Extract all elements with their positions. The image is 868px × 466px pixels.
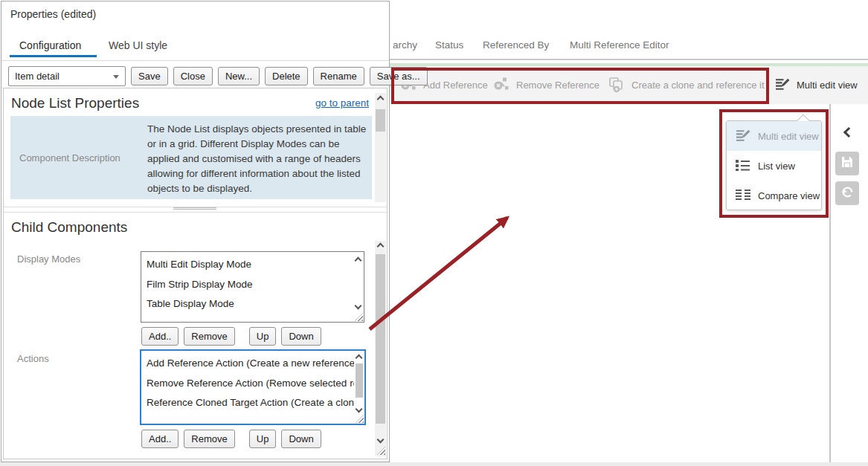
view-selector-button[interactable]: Multi edit view: [775, 66, 858, 104]
properties-dialog: Properties (edited) Configuration Web UI…: [1, 1, 390, 462]
compare-view-icon: [736, 189, 750, 203]
display-modes-buttons: Add.. Remove Up Down: [141, 327, 321, 346]
menu-item-compare-view[interactable]: Compare view: [727, 181, 821, 210]
display-modes-label: Display Modes: [17, 253, 80, 265]
tab-referenced-by[interactable]: Referenced By: [483, 39, 549, 51]
add-reference-label: Add Reference: [423, 80, 488, 91]
remove-reference-label: Remove Reference: [516, 80, 599, 91]
section-heading-child-components: Child Components: [11, 219, 127, 236]
component-description-label: Component Description: [10, 116, 147, 199]
new-button[interactable]: New...: [218, 67, 260, 85]
scroll-down-icon[interactable]: [377, 436, 385, 444]
scroll-up-icon[interactable]: [377, 96, 385, 103]
dialog-button-bar: Save Close New... Delete Rename Save as.…: [131, 67, 428, 85]
remove-button[interactable]: Remove: [184, 327, 234, 346]
scroll-up-icon[interactable]: [355, 257, 362, 265]
close-button[interactable]: Close: [173, 67, 213, 85]
remove-button[interactable]: Remove: [184, 430, 234, 448]
tab-multi-reference-editor[interactable]: Multi Reference Editor: [570, 39, 669, 51]
scroll-up-icon[interactable]: [356, 355, 363, 362]
tab-hierarchy[interactable]: archy: [393, 39, 417, 51]
preset-select[interactable]: Item detail: [8, 66, 126, 86]
view-selector-label: Multi edit view: [797, 80, 858, 91]
component-description-text: The Node List displays objects presented…: [147, 116, 372, 199]
upper-scrollbar-thumb[interactable]: [376, 109, 385, 132]
clone-and-reference-button[interactable]: Create a clone and reference it: [608, 66, 765, 104]
list-item[interactable]: Add Reference Action (Create a new refer…: [141, 354, 354, 374]
list-view-icon: [736, 159, 750, 173]
remove-reference-button[interactable]: Remove Reference: [493, 66, 599, 104]
component-description-row: Component Description The Node List disp…: [10, 116, 372, 199]
resize-handle-icon[interactable]: [355, 313, 363, 321]
lower-scrollbar-thumb[interactable]: [376, 254, 385, 424]
actions-label: Actions: [17, 353, 49, 364]
bottom-scroll-strip: [0, 462, 868, 466]
actions-buttons: Add.. Remove Up Down: [141, 430, 321, 448]
actions-scrollbar-thumb[interactable]: [356, 363, 363, 398]
tab-status[interactable]: Status: [435, 39, 463, 51]
list-item[interactable]: Multi Edit Display Mode: [141, 255, 352, 275]
multi-edit-view-icon: [775, 78, 790, 92]
menu-item-label: List view: [758, 161, 795, 172]
clone-icon: [608, 76, 625, 95]
properties-content-frame: Node List Properties go to parent Compon…: [3, 88, 388, 459]
multi-edit-view-icon: [736, 129, 750, 143]
menu-item-multi-edit-view[interactable]: Multi edit view: [727, 121, 821, 151]
view-dropdown-menu: Multi edit view List view Compare view: [726, 120, 822, 210]
down-button[interactable]: Down: [281, 430, 321, 448]
dialog-title: Properties (edited): [10, 8, 96, 20]
add-button[interactable]: Add..: [141, 327, 179, 346]
up-button[interactable]: Up: [249, 430, 277, 448]
content-right-divider: [829, 104, 831, 462]
go-to-parent-link[interactable]: go to parent: [315, 97, 369, 109]
preset-select-value: Item detail: [15, 71, 60, 82]
list-item[interactable]: Table Display Mode: [141, 294, 352, 314]
scroll-down-icon[interactable]: [356, 406, 363, 413]
save-side-button[interactable]: [835, 152, 859, 175]
rename-button[interactable]: Rename: [313, 67, 364, 85]
up-button[interactable]: Up: [249, 327, 277, 346]
list-item[interactable]: Reference Cloned Target Action (Create a…: [141, 393, 354, 413]
undo-side-button[interactable]: [835, 181, 859, 205]
clone-label: Create a clone and reference it: [631, 80, 765, 91]
undo-icon: [841, 186, 854, 201]
upper-scrollbar: [375, 93, 386, 202]
splitter-line: [4, 212, 387, 213]
save-as-button[interactable]: Save as...: [370, 67, 428, 85]
tab-web-ui-style[interactable]: Web UI style: [109, 39, 167, 51]
collapse-panel-chevron-icon[interactable]: [843, 127, 854, 137]
section-heading-node-list-properties: Node List Properties: [11, 95, 139, 111]
tabbar-divider: [390, 59, 868, 60]
reference-toolbar: Add Reference Remove Reference Create a …: [390, 66, 868, 104]
list-item[interactable]: Remove Reference Action (Remove selected…: [141, 374, 354, 394]
resize-handle-icon[interactable]: [356, 415, 364, 423]
splitter-grip[interactable]: [173, 207, 216, 211]
chevron-down-icon: [113, 75, 119, 79]
tabstrip-divider: [1, 60, 389, 61]
menu-item-label: Multi edit view: [758, 131, 819, 142]
actions-listbox: Add Reference Action (Create a new refer…: [140, 349, 366, 425]
down-button[interactable]: Down: [281, 327, 321, 346]
remove-reference-icon: [493, 76, 509, 94]
delete-button[interactable]: Delete: [265, 67, 308, 85]
actions-items: Add Reference Action (Create a new refer…: [141, 354, 354, 424]
tab-configuration[interactable]: Configuration: [19, 39, 81, 51]
scroll-down-icon[interactable]: [355, 302, 362, 310]
add-button[interactable]: Add..: [141, 430, 179, 448]
menu-item-label: Compare view: [758, 190, 820, 201]
display-modes-items: Multi Edit Display Mode Film Strip Displ…: [141, 255, 352, 322]
scroll-up-icon[interactable]: [377, 243, 385, 250]
save-icon: [841, 156, 853, 171]
menu-item-list-view[interactable]: List view: [727, 151, 821, 181]
resize-handle-icon[interactable]: [377, 447, 385, 455]
list-item[interactable]: Film Strip Display Mode: [141, 275, 352, 295]
save-button[interactable]: Save: [131, 67, 168, 85]
lower-scrollbar: [375, 241, 386, 456]
active-tab-underline: [10, 55, 97, 57]
display-modes-listbox: Multi Edit Display Mode Film Strip Displ…: [141, 251, 364, 323]
